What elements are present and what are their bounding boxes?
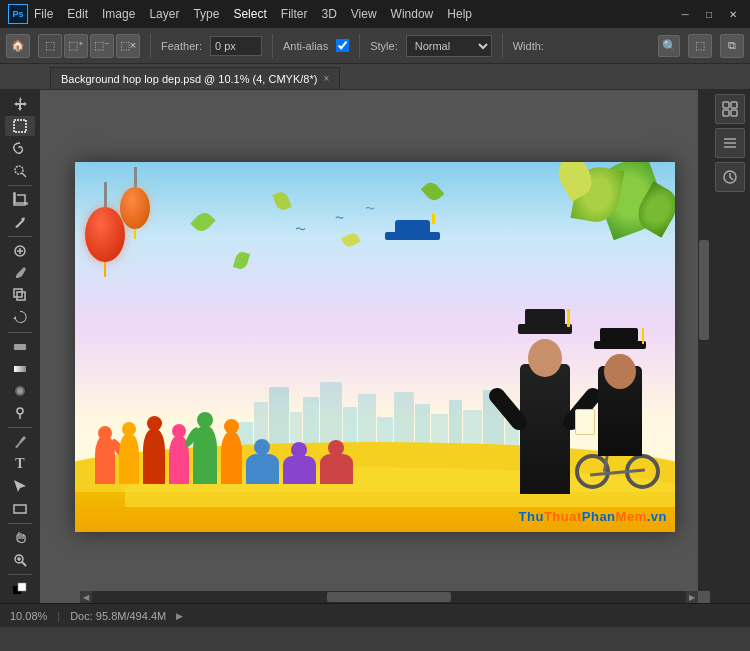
toolbar: T [0, 90, 40, 603]
path-select-btn[interactable] [5, 476, 35, 496]
menu-view[interactable]: View [351, 7, 377, 21]
new-selection-btn[interactable]: ⬚ [38, 34, 62, 58]
tool-separator-6 [8, 574, 32, 575]
tool-separator-2 [8, 236, 32, 237]
svg-rect-9 [14, 344, 26, 350]
arrange-btn[interactable]: ⧉ [720, 34, 744, 58]
title-bar: Ps File Edit Image Layer Type Select Fil… [0, 0, 750, 28]
menu-help[interactable]: Help [447, 7, 472, 21]
eyedropper-tool-btn[interactable] [5, 212, 35, 232]
subtract-selection-btn[interactable]: ⬚⁻ [90, 34, 114, 58]
antialias-label: Anti-alias [283, 40, 328, 52]
tool-separator-4 [8, 427, 32, 428]
title-bar-menu: File Edit Image Layer Type Select Filter… [34, 7, 472, 21]
ps-logo: Ps [8, 4, 28, 24]
blur-tool-btn[interactable] [5, 381, 35, 401]
menu-layer[interactable]: Layer [149, 7, 179, 21]
marquee-tool-btn[interactable] [5, 116, 35, 136]
clone-tool-btn[interactable] [5, 285, 35, 305]
svg-line-2 [22, 173, 26, 177]
close-button[interactable]: ✕ [724, 7, 742, 21]
eraser-tool-btn[interactable] [5, 336, 35, 356]
menu-filter[interactable]: Filter [281, 7, 308, 21]
svg-rect-24 [723, 110, 729, 116]
text-tool-btn[interactable]: T [5, 454, 35, 474]
tool-separator-1 [8, 185, 32, 186]
layers-panel-btn[interactable] [715, 128, 745, 158]
svg-rect-0 [14, 120, 26, 132]
watermark-thu: Thu [519, 509, 544, 524]
style-select[interactable]: Normal Fixed Ratio Fixed Size [406, 35, 492, 57]
antialias-checkbox[interactable] [336, 39, 349, 52]
move-tool-btn[interactable] [5, 94, 35, 114]
history-brush-btn[interactable] [5, 307, 35, 327]
foreground-color-btn[interactable] [5, 579, 35, 599]
minimize-button[interactable]: ─ [676, 7, 694, 21]
lantern-2-group [120, 167, 150, 239]
screen-mode-btn[interactable]: ⬚ [688, 34, 712, 58]
tab-title: Background hop lop dep.psd @ 10.1% (4, C… [61, 73, 317, 85]
feather-input[interactable] [210, 36, 262, 56]
document-tab[interactable]: Background hop lop dep.psd @ 10.1% (4, C… [50, 67, 340, 89]
zoom-tool-btn[interactable] [5, 550, 35, 570]
tool-separator-3 [8, 332, 32, 333]
svg-rect-15 [14, 505, 26, 513]
shape-tool-btn[interactable] [5, 499, 35, 519]
bird-2: 〜 [335, 212, 344, 225]
svg-point-3 [22, 217, 25, 220]
options-bar: 🏠 ⬚ ⬚⁺ ⬚⁻ ⬚× Feather: Anti-alias Style: … [0, 28, 750, 64]
bird-3: 〜 [365, 202, 375, 216]
lasso-tool-btn[interactable] [5, 138, 35, 158]
svg-point-13 [17, 408, 23, 414]
svg-rect-22 [723, 102, 729, 108]
divider-1 [150, 34, 151, 58]
svg-rect-10 [14, 366, 26, 372]
crop-tool-btn[interactable] [5, 190, 35, 210]
svg-line-17 [22, 562, 26, 566]
title-bar-controls: ─ □ ✕ [676, 7, 742, 21]
canvas-area[interactable]: 〜 〜 〜 [40, 90, 710, 603]
menu-file[interactable]: File [34, 7, 53, 21]
quick-select-tool-btn[interactable] [5, 161, 35, 181]
silhouette-group [95, 412, 355, 484]
svg-rect-25 [731, 110, 737, 116]
maximize-button[interactable]: □ [700, 7, 718, 21]
home-button[interactable]: 🏠 [6, 34, 30, 58]
search-button[interactable]: 🔍 [658, 35, 680, 57]
divider-4 [502, 34, 503, 58]
menu-3d[interactable]: 3D [321, 7, 336, 21]
svg-point-1 [15, 166, 23, 174]
gradient-tool-btn[interactable] [5, 359, 35, 379]
svg-rect-23 [731, 102, 737, 108]
graduates-group [490, 294, 670, 494]
menu-select[interactable]: Select [233, 7, 266, 21]
canvas-wrapper: 〜 〜 〜 [60, 110, 690, 583]
tool-mode-group: ⬚ ⬚⁺ ⬚⁻ ⬚× [38, 34, 140, 58]
dodge-tool-btn[interactable] [5, 403, 35, 423]
adjustments-panel-btn[interactable] [715, 162, 745, 192]
hand-tool-btn[interactable] [5, 528, 35, 548]
menu-window[interactable]: Window [391, 7, 434, 21]
add-selection-btn[interactable]: ⬚⁺ [64, 34, 88, 58]
canvas-image: 〜 〜 〜 [75, 162, 675, 532]
grad-cap-flying [385, 232, 440, 240]
zoom-level: 10.08% [10, 610, 47, 622]
menu-image[interactable]: Image [102, 7, 135, 21]
menu-type[interactable]: Type [193, 7, 219, 21]
main-layout: T [0, 90, 750, 603]
status-arrow[interactable]: ▶ [176, 611, 183, 621]
watermark-vn: .vn [647, 509, 667, 524]
workspace-panel-btn[interactable] [715, 94, 745, 124]
vertical-scrollbar[interactable] [698, 90, 710, 591]
feather-label: Feather: [161, 40, 202, 52]
status-divider: | [57, 610, 60, 622]
tab-close-btn[interactable]: × [323, 73, 329, 84]
svg-rect-7 [17, 292, 25, 300]
horizontal-scrollbar[interactable]: ▶ ◀ [80, 591, 698, 603]
intersect-selection-btn[interactable]: ⬚× [116, 34, 140, 58]
heal-tool-btn[interactable] [5, 241, 35, 261]
brush-tool-btn[interactable] [5, 263, 35, 283]
tab-bar: Background hop lop dep.psd @ 10.1% (4, C… [0, 64, 750, 90]
menu-edit[interactable]: Edit [67, 7, 88, 21]
pen-tool-btn[interactable] [5, 432, 35, 452]
